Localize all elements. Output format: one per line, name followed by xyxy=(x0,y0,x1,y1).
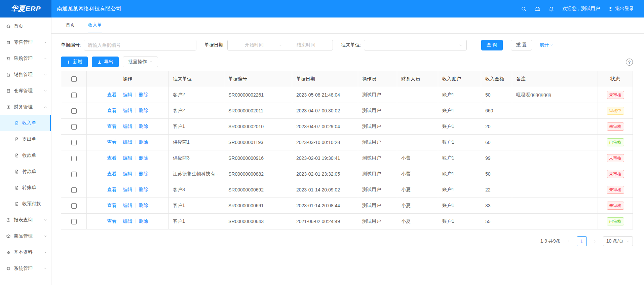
sidebar-item-payment-order[interactable]: 付款单 xyxy=(0,164,51,180)
sidebar-item-retail[interactable]: 零售管理 xyxy=(0,34,51,50)
sidebar-item-prepayment[interactable]: 收预付款 xyxy=(0,196,51,212)
delete-link[interactable]: 删除 xyxy=(139,218,148,224)
view-link[interactable]: 查看 xyxy=(107,218,117,224)
delete-link[interactable]: 删除 xyxy=(139,123,148,129)
edit-link[interactable]: 编辑 xyxy=(123,155,132,161)
sidebar-item-reports[interactable]: 报表查询 xyxy=(0,212,51,228)
cell-actions: 查看编辑删除 xyxy=(87,182,169,198)
page-size-value: 10 条/页 xyxy=(606,238,623,244)
edit-link[interactable]: 编辑 xyxy=(123,171,132,176)
delete-link[interactable]: 删除 xyxy=(139,92,148,97)
cell-finance-person xyxy=(397,103,438,119)
bag-icon xyxy=(6,72,11,77)
delete-link[interactable]: 删除 xyxy=(139,187,148,192)
row-checkbox[interactable] xyxy=(71,124,77,130)
edit-link[interactable]: 编辑 xyxy=(123,123,132,129)
chevron-down-icon xyxy=(149,60,153,64)
delete-link[interactable]: 删除 xyxy=(139,203,148,208)
table-row: 查看编辑删除 客户1 SR00000000643 2021-06-02 00:2… xyxy=(61,214,633,229)
document-icon xyxy=(14,185,19,190)
edit-link[interactable]: 编辑 xyxy=(123,108,132,113)
edit-link[interactable]: 编辑 xyxy=(123,139,132,145)
status-badge: 未审核 xyxy=(607,154,624,162)
page-number-button[interactable]: 1 xyxy=(577,236,587,246)
row-checkbox[interactable] xyxy=(71,187,77,193)
bank-icon[interactable] xyxy=(535,6,540,12)
sidebar-item-basic-data[interactable]: 基本资料 xyxy=(0,244,51,260)
edit-link[interactable]: 编辑 xyxy=(123,203,132,208)
sidebar-item-home[interactable]: 首页 xyxy=(0,18,51,34)
tab-home[interactable]: 首页 xyxy=(66,17,75,33)
row-checkbox[interactable] xyxy=(71,140,77,145)
row-checkbox[interactable] xyxy=(71,108,77,114)
table-row: 查看编辑删除 客户1 SR00000000691 2023-01-14 20:0… xyxy=(61,198,633,214)
sidebar-item-receipt-order[interactable]: 收款单 xyxy=(0,147,51,164)
search-icon[interactable] xyxy=(521,6,527,12)
date-range-picker[interactable]: 开始时间 ~ 结束时间 xyxy=(227,40,333,50)
sidebar-item-finance[interactable]: 财务管理 xyxy=(0,99,51,115)
batch-operations-dropdown[interactable]: 批量操作 xyxy=(123,57,158,67)
chevron-up-icon xyxy=(44,105,47,109)
view-link[interactable]: 查看 xyxy=(107,92,117,97)
view-link[interactable]: 查看 xyxy=(107,155,117,161)
delete-link[interactable]: 删除 xyxy=(139,171,148,176)
row-checkbox[interactable] xyxy=(71,93,77,98)
expand-link[interactable]: 展开 xyxy=(539,42,554,48)
search-button[interactable]: 查 询 xyxy=(481,40,503,50)
view-link[interactable]: 查看 xyxy=(107,108,117,113)
cell-bill-date: 2021-06-02 00:24:49 xyxy=(292,214,358,229)
help-icon[interactable]: ? xyxy=(626,59,633,66)
cell-remark xyxy=(512,182,598,198)
sidebar-item-sales[interactable]: 销售管理 xyxy=(0,67,51,83)
next-page-button[interactable] xyxy=(590,237,600,246)
tab-income-order[interactable]: 收入单 xyxy=(88,17,102,33)
edit-link[interactable]: 编辑 xyxy=(123,92,132,97)
prev-page-button[interactable] xyxy=(564,237,573,246)
row-checkbox[interactable] xyxy=(71,219,77,224)
sidebar-item-goods[interactable]: 商品管理 xyxy=(0,228,51,244)
table-row: 查看编辑删除 客户2 SR00000002261 2023-05-08 21:4… xyxy=(61,87,633,103)
reset-button[interactable]: 重 置 xyxy=(511,40,532,50)
sidebar-item-transfer-order[interactable]: 转账单 xyxy=(0,180,51,196)
status-badge: 审核中 xyxy=(607,107,624,115)
sidebar-item-warehouse[interactable]: 仓库管理 xyxy=(0,83,51,99)
page-size-select[interactable]: 10 条/页 xyxy=(603,236,633,246)
view-link[interactable]: 查看 xyxy=(107,171,117,176)
view-link[interactable]: 查看 xyxy=(107,139,117,145)
cell-income-account: 账户1 xyxy=(438,103,481,119)
sidebar-item-system[interactable]: 系统管理 xyxy=(0,260,51,277)
cell-operator: 测试用户 xyxy=(358,87,397,103)
add-button[interactable]: 新增 xyxy=(61,57,88,67)
edit-link[interactable]: 编辑 xyxy=(123,218,132,224)
sidebar-item-income-order[interactable]: 收入单 xyxy=(0,115,51,131)
delete-link[interactable]: 删除 xyxy=(139,155,148,161)
partner-select[interactable] xyxy=(364,40,467,50)
cell-operator: 测试用户 xyxy=(358,214,397,229)
row-checkbox[interactable] xyxy=(71,172,77,177)
partner-label: 往来单位: xyxy=(341,42,361,48)
delete-link[interactable]: 删除 xyxy=(139,139,148,145)
welcome-user-text[interactable]: 欢迎您，测试用户 xyxy=(562,6,600,12)
cell-income-amount: 60 xyxy=(481,135,512,150)
select-all-checkbox[interactable] xyxy=(71,76,77,82)
export-button[interactable]: 导出 xyxy=(92,57,119,67)
bill-no-input[interactable] xyxy=(84,40,196,50)
status-badge: 未审核 xyxy=(607,186,624,194)
sidebar-item-purchase[interactable]: 采购管理 xyxy=(0,50,51,67)
row-checkbox[interactable] xyxy=(71,156,77,161)
cell-bill-date: 2023-01-14 20:08:44 xyxy=(292,198,358,214)
cell-bill-date: 2023-01-14 20:09:02 xyxy=(292,182,358,198)
sidebar-item-expense-order[interactable]: 支出单 xyxy=(0,131,51,147)
cell-actions: 查看编辑删除 xyxy=(87,166,169,182)
row-checkbox[interactable] xyxy=(71,203,77,209)
edit-link[interactable]: 编辑 xyxy=(123,187,132,192)
table-body: 查看编辑删除 客户2 SR00000002261 2023-05-08 21:4… xyxy=(61,87,633,229)
delete-link[interactable]: 删除 xyxy=(139,108,148,113)
cell-income-amount: 55 xyxy=(481,214,512,229)
view-link[interactable]: 查看 xyxy=(107,123,117,129)
logout-button[interactable]: 退出登录 xyxy=(608,6,634,12)
view-link[interactable]: 查看 xyxy=(107,203,117,208)
bell-icon[interactable] xyxy=(548,6,554,12)
view-link[interactable]: 查看 xyxy=(107,187,117,192)
add-label: 新增 xyxy=(73,59,82,65)
